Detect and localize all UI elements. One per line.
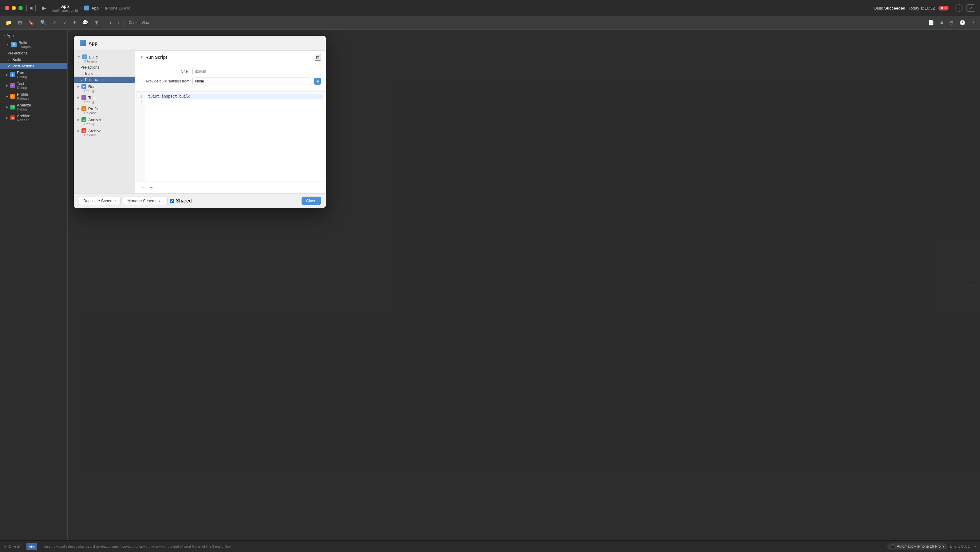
manage-schemes-button[interactable]: Manage Schemes... [123,196,168,205]
run-controls: ▶ [42,5,46,11]
play-button[interactable]: ▶ [42,5,46,11]
duplicate-scheme-button[interactable]: Duplicate Scheme [79,196,121,205]
modal-run-label: Run [88,84,95,89]
shared-checkbox[interactable] [170,199,174,203]
archive-icon: ⊞ [10,115,15,120]
phone-icon: 📱 [890,544,895,549]
modal-header: App [74,36,326,51]
sidebar-run-header[interactable]: ▶ ▶ Run Debug [0,69,67,80]
sidebar-profile-header[interactable]: ▶ ◎ Profile Release [0,91,67,102]
app-icon-tiny [84,6,89,10]
sidebar-analyze-section: ▶ ⊡ Analyze Debug [0,102,67,112]
modal-pre-actions[interactable]: Pre-actions [74,64,135,70]
remove-script-button[interactable]: − [148,184,154,191]
modal-analyze-chevron: ▶ [78,118,80,121]
clock-icon[interactable]: 🕐 [958,18,967,27]
folder-icon[interactable]: 📁 [4,18,14,27]
close-button[interactable]: Close [302,196,321,205]
post-actions-nav-label: Post-actions [85,78,105,82]
editor-icon3[interactable]: ⊟ [947,18,955,27]
build-icon: ⚙ [11,42,17,47]
run-script-title-text: Run Script [145,55,167,60]
modal-content-area: ▼ Run Script 🗑 Shell [135,51,326,193]
sidebar-archive-header[interactable]: ▶ ⊞ Archive Release [0,112,67,123]
expand-button[interactable]: ⤢ [966,4,975,12]
run-icon: ▶ [10,72,15,77]
sidebar-project-header[interactable]: › App [0,32,67,39]
add-button[interactable]: + [955,4,963,12]
close-button[interactable] [5,6,9,10]
analyze-chevron: ▶ [6,105,8,108]
modal-test-icon: ✓ [81,95,86,100]
sidebar-test-header[interactable]: ▶ ✓ Test Debug [0,80,67,91]
sidebar-build-header[interactable]: ▼ ⚙ Build 2 targets [0,39,67,50]
editor-icon1[interactable]: 📄 [926,18,936,27]
device-label: Automatic – iPhone 16 Pro [897,544,941,549]
branch-info: App feat/inspect-build [52,4,78,12]
modal-post-actions[interactable]: ✓ Post-actions [74,77,135,83]
sidebar-archive-section: ▶ ⊞ Archive Release [0,112,67,123]
vim-label: Vim [29,545,35,549]
pre-actions-label: Pre-actions [7,51,28,55]
search-icon[interactable]: 🔍 [38,18,48,27]
run-chevron: ▶ [6,73,8,76]
modal-nav-archive[interactable]: ▶ ⊞ Archive Release [74,127,135,138]
settings-select[interactable]: None [192,78,311,85]
grid-icon[interactable]: ⊞ [92,18,100,27]
add-script-button[interactable]: + [140,184,146,191]
maximize-button[interactable] [18,6,23,10]
sidebar-analyze-header[interactable]: ▶ ⊡ Analyze Debug [0,102,67,112]
code-content[interactable]: tuist inspect build [145,92,326,182]
modal-nav-run[interactable]: ▶ ▶ Run Debug [74,83,135,94]
run-sub: Debug [17,75,27,79]
help-icon[interactable]: ? [970,19,976,27]
forward-button[interactable]: › [116,19,121,27]
bubble-icon[interactable]: 💬 [80,18,90,27]
minimize-button[interactable] [12,6,16,10]
sidebar-post-actions[interactable]: ✓ Post-actions [0,63,67,69]
inspector-icon[interactable]: ⊞ [16,18,24,27]
code-editor[interactable]: 1 2 tuist inspect build [135,91,326,182]
sidebar-pre-actions[interactable]: Pre-actions [0,50,67,56]
bottom-plus-icon[interactable]: + [4,544,6,549]
line-num-1: 1 [138,94,142,99]
warning-icon[interactable]: ⚠ [51,18,59,27]
editor-icon2[interactable]: ≡ [939,19,945,27]
build-check: ✓ [81,72,83,76]
sidebar-toggle[interactable]: ▣ [26,4,36,12]
checkmark-icon[interactable]: ✓ [61,18,69,27]
modal-nav-profile[interactable]: ▶ ◎ Profile Release [74,105,135,116]
diff-icon[interactable]: ± [71,19,78,27]
collapse-chevron-icon[interactable]: ▼ [140,55,143,59]
bottom-layout-icon[interactable]: ⊡ [972,543,976,549]
analyze-label: Analyze [17,103,31,107]
sidebar-profile-section: ▶ ◎ Profile Release [0,91,67,102]
modal-analyze-sub: Debug [78,122,131,126]
toolbar: 📁 ⊞ 🔖 🔍 ⚠ ✓ ± 💬 ⊞ ‹ › ContentView 📄 ≡ ⊟ … [0,16,980,30]
scheme-separator: › [80,6,82,10]
delete-script-button[interactable]: 🗑 [315,54,321,61]
toolbar-divider [104,20,104,26]
modal-nav-test[interactable]: ▶ ✓ Test Debug [74,94,135,105]
titlebar: ▣ ▶ App feat/inspect-build › App › iPhon… [0,0,980,16]
modal-nav-build[interactable]: ▼ ⚙ Build 2 targets [74,53,135,64]
device-chevron-icon: ▾ [942,544,944,549]
modal-archive-label: Archive [88,129,102,133]
back-button[interactable]: ‹ [108,19,113,27]
modal-overlay: App ▼ ⚙ Build 2 targets [68,30,980,540]
profile-sub: Release [17,97,29,100]
bookmark-icon[interactable]: 🔖 [26,18,36,27]
shell-input[interactable] [192,68,321,75]
profile-icon: ◎ [10,94,15,99]
device-selector[interactable]: 📱 Automatic – iPhone 16 Pro ▾ [887,543,947,550]
select-arrow-icon[interactable]: ⊞ [314,78,321,85]
build-nav-label: Build [85,72,94,76]
modal-run-icon: ▶ [81,84,86,89]
app-name: App [61,4,69,9]
modal-nav-analyze[interactable]: ▶ ⊡ Analyze Debug [74,116,135,127]
modal-build-item[interactable]: ✓ Build [74,70,135,77]
profile-label: Profile [17,92,29,97]
modal-run-chevron: ▶ [78,85,80,88]
sidebar-build-item[interactable]: ✓ Build [0,56,67,63]
modal-nav: ▼ ⚙ Build 2 targets Pre-actions ✓ Build [74,51,135,193]
